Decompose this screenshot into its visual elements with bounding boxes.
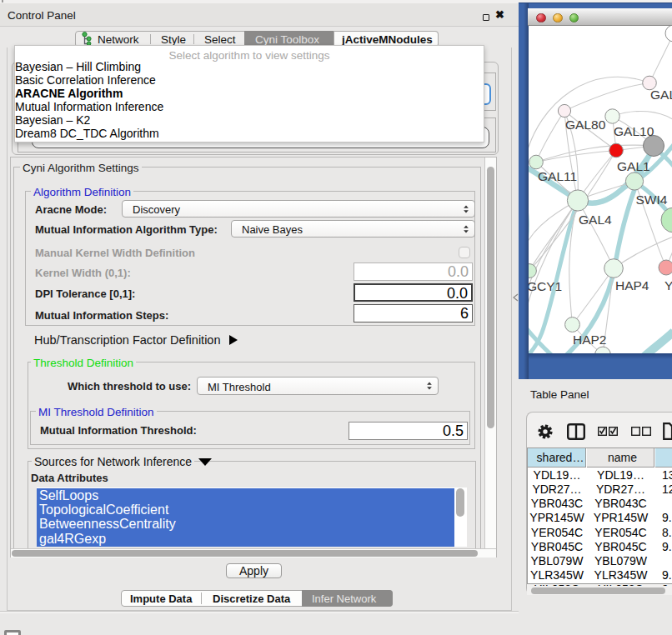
svg-text:GAL11: GAL11 [538,169,577,183]
svg-text:HAP2: HAP2 [573,332,607,347]
svg-text:GCY1: GCY1 [529,279,562,293]
svg-text:SWI4: SWI4 [636,192,668,207]
svg-text:GAL80: GAL80 [565,118,606,132]
svg-text:GAL4: GAL4 [579,212,612,227]
svg-text:GALS: GALS [650,88,672,102]
svg-text:GAL10: GAL10 [614,124,654,138]
svg-text:GAL1: GAL1 [617,159,650,173]
svg-text:YB: YB [664,278,672,292]
svg-text:HAP4: HAP4 [615,278,649,292]
